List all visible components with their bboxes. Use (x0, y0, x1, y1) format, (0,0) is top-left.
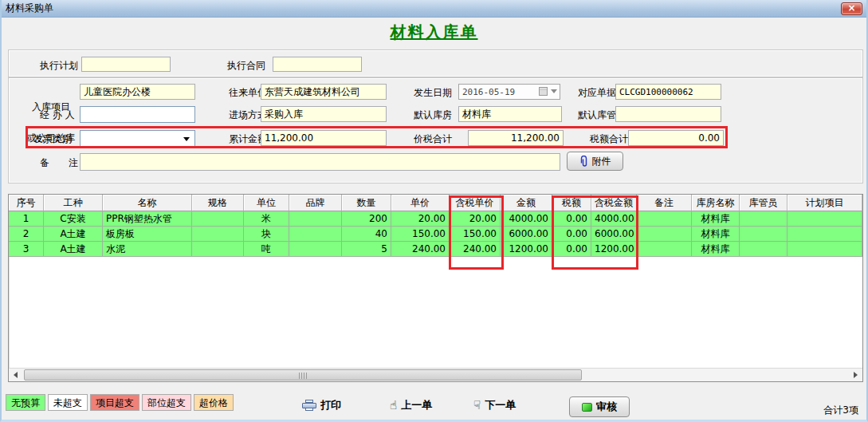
table-cell: 20.00 (391, 211, 450, 227)
price-tax-total-field[interactable]: 11,200.00 (468, 130, 564, 146)
paperclip-icon (579, 156, 588, 168)
table-cell (740, 242, 787, 257)
exec-contract-label: 执行合同 (227, 60, 265, 71)
legend-chip: 超价格 (194, 394, 234, 411)
date-picker[interactable]: 2016-05-19 (458, 84, 560, 100)
column-header-6[interactable]: 品牌 (289, 195, 342, 211)
table-cell: 1 (9, 211, 44, 227)
column-header-2[interactable]: 工种 (44, 195, 103, 211)
table-cell (637, 211, 692, 227)
dropdown-arrow-icon (183, 137, 190, 141)
table-cell: 材料库 (692, 242, 740, 257)
table-header-row: 序号工种名称规格单位品牌数量单价含税单价金额税额含税金额备注库房名称库管员计划项… (9, 195, 862, 211)
exec-plan-label: 执行计划 (40, 60, 78, 71)
table-cell: 0.00 (552, 227, 591, 242)
table-cell: 4000.00 (501, 211, 552, 227)
table-row[interactable]: 1C安装PPR钢塑热水管米20020.0020.004000.000.00400… (9, 211, 862, 227)
remark-label: 备 注 (40, 157, 78, 168)
column-header-15[interactable]: 库管员 (740, 195, 787, 211)
legend-chip: 部位超支 (142, 394, 191, 411)
table-cell (787, 242, 862, 257)
table-cell (740, 227, 787, 242)
column-header-13[interactable]: 备注 (637, 195, 692, 211)
items-table: 序号工种名称规格单位品牌数量单价含税单价金额税额含税金额备注库房名称库管员计划项… (8, 194, 863, 382)
total-amount-field[interactable]: 11,200.00 (261, 130, 387, 146)
scroll-left-button[interactable] (9, 369, 22, 381)
column-header-8[interactable]: 单价 (391, 195, 450, 211)
table-cell: 块 (244, 227, 289, 242)
table-cell: 6000.00 (591, 227, 637, 242)
next-order-label: 下一单 (485, 398, 516, 412)
default-keeper-field[interactable] (615, 106, 721, 122)
column-header-5[interactable]: 单位 (244, 195, 289, 211)
scrollbar-thumb[interactable] (24, 369, 582, 381)
table-cell: 0.00 (552, 242, 591, 257)
column-header-12[interactable]: 含税金额 (591, 195, 637, 211)
project-label: 入库项目 或公司总库 (24, 81, 78, 164)
table-cell: A土建 (44, 242, 103, 257)
table-cell: A土建 (44, 227, 103, 242)
tax-total-label: 税额合计 (590, 133, 628, 144)
remark-field[interactable] (80, 153, 560, 171)
date-label: 发生日期 (414, 87, 452, 98)
scroll-right-button[interactable] (849, 369, 862, 381)
table-cell (289, 242, 342, 257)
table-cell (289, 227, 342, 242)
table-cell: 5 (342, 242, 391, 257)
handler-field[interactable] (80, 106, 195, 123)
next-order-button[interactable]: ☟ 下一单 (473, 398, 516, 412)
invoice-type-dropdown[interactable] (80, 130, 195, 147)
handler-label: 经 办 人 (40, 109, 75, 120)
project-field[interactable]: 儿童医院办公楼 (80, 84, 195, 100)
table-cell: 2 (9, 227, 44, 242)
table-cell: 板房板 (103, 227, 192, 242)
column-header-11[interactable]: 税额 (552, 195, 591, 211)
entry-mode-field[interactable]: 采购入库 (261, 106, 387, 122)
close-button[interactable]: × (841, 2, 862, 15)
column-header-10[interactable]: 金额 (501, 195, 552, 211)
audit-button[interactable]: 审核 (569, 396, 630, 417)
table-cell: 40 (342, 227, 391, 242)
column-header-3[interactable]: 名称 (103, 195, 192, 211)
doc-no-field[interactable]: CLCGD100000062 (615, 84, 721, 100)
price-tax-total-label: 价税合计 (414, 133, 452, 144)
table-cell (787, 211, 862, 227)
attachment-button[interactable]: 附件 (567, 152, 623, 171)
column-header-7[interactable]: 数量 (342, 195, 391, 211)
green-led-icon (582, 403, 592, 412)
column-header-16[interactable]: 计划项目 (787, 195, 862, 211)
attachment-label: 附件 (592, 155, 611, 168)
default-warehouse-field[interactable]: 材料库 (458, 106, 562, 122)
column-header-14[interactable]: 库房名称 (692, 195, 740, 211)
close-icon: × (847, 2, 855, 14)
tax-total-field[interactable]: 0.00 (628, 130, 724, 146)
table-cell: 200 (342, 211, 391, 227)
column-header-4[interactable]: 规格 (192, 195, 244, 211)
hand-up-icon: ☝ (390, 400, 397, 412)
material-inbound-window: 材料采购单 × 材料入库单 执行计划 执行合同 入库项目 或公司总库 儿童医院办… (0, 0, 868, 422)
scroll-left-icon (14, 372, 18, 378)
exec-plan-field[interactable] (81, 57, 171, 72)
previous-order-button[interactable]: ☝ 上一单 (390, 398, 432, 412)
printer-icon (302, 400, 316, 411)
audit-label: 审核 (596, 400, 617, 414)
legend-chip: 未超支 (48, 394, 88, 411)
vendor-field[interactable]: 东营天成建筑材料公司 (261, 84, 387, 100)
table-row[interactable]: 2A土建板房板块40150.00150.006000.000.006000.00… (9, 227, 862, 242)
scroll-right-icon (854, 372, 858, 378)
page-title: 材料入库单 (2, 22, 866, 43)
print-button[interactable]: 打印 (302, 398, 341, 412)
title-bar: 材料采购单 (0, 0, 868, 18)
table-cell: 240.00 (450, 242, 501, 257)
table-cell: 0.00 (552, 211, 591, 227)
table-cell: 4000.00 (591, 211, 637, 227)
column-header-1[interactable]: 序号 (9, 195, 44, 211)
exec-contract-field[interactable] (273, 57, 362, 72)
calendar-icon (539, 87, 548, 96)
table-cell: 20.00 (450, 211, 501, 227)
horizontal-scrollbar[interactable] (9, 368, 862, 381)
previous-order-label: 上一单 (401, 398, 432, 412)
chevron-down-icon (551, 89, 557, 93)
column-header-9[interactable]: 含税单价 (450, 195, 501, 211)
table-row[interactable]: 3A土建水泥吨5240.00240.001200.000.001200.00材料… (9, 242, 862, 257)
